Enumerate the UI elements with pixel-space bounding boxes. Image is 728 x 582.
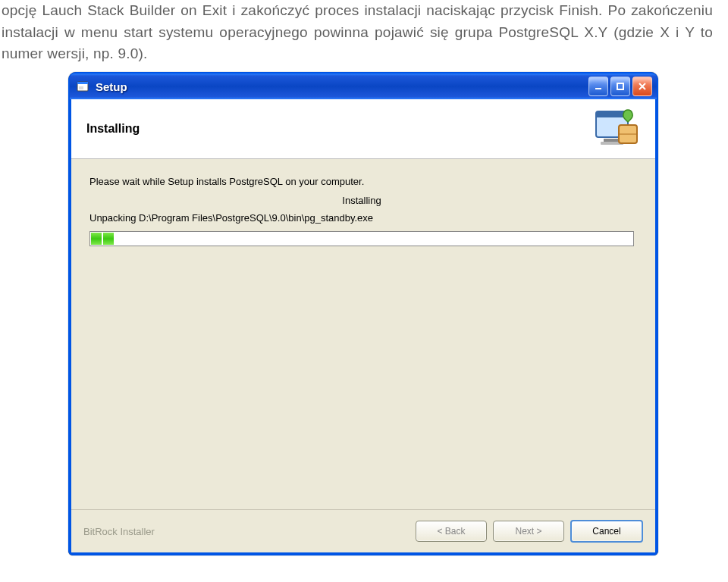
minimize-button[interactable] xyxy=(588,77,608,96)
cancel-button[interactable]: Cancel xyxy=(570,520,643,543)
setup-app-icon xyxy=(76,80,89,93)
doc-paragraph-text: opcję Lauch Stack Builder on Exit i zako… xyxy=(2,2,713,61)
progress-chunk xyxy=(91,233,102,245)
svg-rect-2 xyxy=(79,86,83,89)
install-message: Please wait while Setup installs Postgre… xyxy=(89,176,634,187)
installer-brand: BitRock Installer xyxy=(83,526,410,537)
installer-icon xyxy=(595,107,640,152)
progress-bar xyxy=(89,231,634,246)
document-paragraph: opcję Lauch Stack Builder on Exit i zako… xyxy=(0,0,728,65)
window-title: Setup xyxy=(96,80,588,93)
svg-rect-4 xyxy=(617,83,623,89)
page-title: Installing xyxy=(86,122,140,136)
next-button[interactable]: Next > xyxy=(493,521,564,542)
svg-rect-3 xyxy=(595,88,601,89)
progress-chunk xyxy=(103,233,114,245)
content-area: Please wait while Setup installs Postgre… xyxy=(71,159,655,509)
setup-window: Setup Installing xyxy=(68,72,658,555)
footer: BitRock Installer < Back Next > Cancel xyxy=(71,509,655,552)
install-status: Installing xyxy=(89,195,634,206)
svg-rect-7 xyxy=(604,139,620,142)
install-path: Unpacking D:\Program Files\PostgreSQL\9.… xyxy=(89,212,634,224)
back-button[interactable]: < Back xyxy=(416,521,487,542)
svg-rect-1 xyxy=(77,82,88,84)
header-panel: Installing xyxy=(71,99,655,159)
close-button[interactable] xyxy=(632,77,652,96)
titlebar: Setup xyxy=(70,74,657,99)
window-controls xyxy=(588,77,652,96)
maximize-button[interactable] xyxy=(610,77,630,96)
